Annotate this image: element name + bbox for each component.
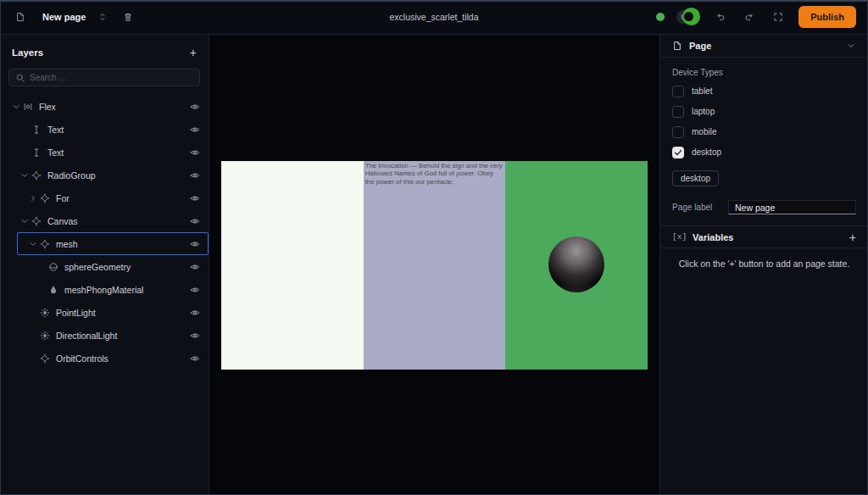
preview-column-3[interactable] <box>505 161 648 370</box>
checkbox-unchecked[interactable] <box>672 106 684 118</box>
search-icon <box>15 73 25 83</box>
device-types-section: Device Types tabletlaptopmobiledesktop d… <box>660 58 868 214</box>
checkbox-checked[interactable] <box>672 147 684 159</box>
fullscreen-button[interactable] <box>770 8 787 25</box>
layers-search-input[interactable] <box>30 73 193 82</box>
visibility-eye-icon[interactable] <box>189 330 201 342</box>
layer-label: PointLight <box>56 308 96 318</box>
visibility-eye-icon[interactable] <box>189 124 201 136</box>
selected-device-chip[interactable]: desktop <box>672 170 719 186</box>
design-stage[interactable]: The Invocation — Behold the sign and the… <box>209 35 659 495</box>
component-icon <box>40 353 50 364</box>
chevron-down-icon[interactable] <box>19 216 30 226</box>
publish-button[interactable]: Publish <box>798 6 856 28</box>
layer-label: DirectionalLight <box>56 331 117 341</box>
visibility-eye-icon[interactable] <box>189 101 201 113</box>
component-icon <box>31 216 42 226</box>
layer-row-radiogroup[interactable]: RadioGroup <box>0 164 209 186</box>
variables-header: [x] Variables + <box>660 225 868 248</box>
layer-label: Flex <box>39 102 56 112</box>
preview-text-block[interactable]: The Invocation — Behold the sign and the… <box>364 161 506 186</box>
current-page-name: New page <box>42 12 86 22</box>
layers-header: Layers + <box>0 35 209 67</box>
chevron-down-icon[interactable] <box>28 239 38 249</box>
visibility-eye-icon[interactable] <box>189 353 201 364</box>
user-logo-stack[interactable]: U <box>676 8 700 26</box>
undo-button[interactable] <box>712 8 729 25</box>
checkbox-unchecked[interactable] <box>672 86 684 97</box>
page-icon <box>672 41 682 51</box>
layers-panel: Layers + FlexTextTextRadioGroupForCanvas… <box>0 35 209 495</box>
visibility-eye-icon[interactable] <box>189 307 201 319</box>
preview-column-2[interactable]: The Invocation — Behold the sign and the… <box>364 161 506 370</box>
layer-row-spheregeometry[interactable]: sphereGeometry <box>0 255 209 278</box>
device-type-mobile[interactable]: mobile <box>672 125 856 138</box>
device-types-list: tabletlaptopmobiledesktop <box>672 85 856 159</box>
layer-row-flex[interactable]: Flex <box>0 95 209 118</box>
page-switcher-icon[interactable] <box>94 8 111 25</box>
device-type-label: mobile <box>692 127 716 136</box>
visibility-eye-icon[interactable] <box>189 284 201 296</box>
text-icon <box>31 147 42 158</box>
page-file-icon[interactable] <box>12 8 29 25</box>
layer-label: Text <box>47 125 64 135</box>
visibility-eye-icon[interactable] <box>189 215 201 227</box>
layer-row-for[interactable]: For <box>0 186 209 209</box>
layer-row-directionallight[interactable]: DirectionalLight <box>0 324 209 347</box>
sphere-icon <box>48 262 58 272</box>
visibility-eye-icon[interactable] <box>189 192 201 204</box>
add-layer-button[interactable]: + <box>190 47 197 58</box>
visibility-eye-icon[interactable] <box>189 238 201 250</box>
light-icon <box>40 308 50 318</box>
chevron-spacer <box>19 147 30 158</box>
device-type-tablet[interactable]: tablet <box>672 85 856 97</box>
app-root: New page exclusive_scarlet_tilda U Publi… <box>0 0 868 495</box>
chevron-spacer <box>28 331 38 341</box>
layer-row-text[interactable]: Text <box>0 141 209 164</box>
layer-label: mesh <box>56 239 78 249</box>
page-label-row: Page label <box>672 200 856 214</box>
redo-button[interactable] <box>741 8 758 25</box>
page-label-label: Page label <box>672 203 728 212</box>
page-label-input[interactable] <box>728 200 856 214</box>
device-types-label: Device Types <box>672 68 856 77</box>
layer-label: For <box>56 193 70 203</box>
layer-row-meshphongmaterial[interactable]: meshPhongMaterial <box>0 278 209 301</box>
collapse-chevron-icon[interactable] <box>846 41 856 51</box>
page-panel-title: Page <box>689 41 711 51</box>
material-icon <box>48 285 58 295</box>
device-type-label: laptop <box>692 107 715 116</box>
checkbox-unchecked[interactable] <box>672 126 684 138</box>
chevron-spacer <box>36 285 47 295</box>
add-variable-button[interactable]: + <box>849 231 856 243</box>
layer-label: OrbitControls <box>56 353 108 364</box>
page-settings-panel: Page Device Types tabletlaptopmobiledesk… <box>659 35 868 495</box>
layer-row-text[interactable]: Text <box>0 118 209 141</box>
chevron-right-icon[interactable] <box>28 193 38 203</box>
project-title: exclusive_scarlet_tilda <box>389 12 478 22</box>
chevron-spacer <box>28 308 38 318</box>
preview-column-1[interactable] <box>221 161 364 370</box>
visibility-eye-icon[interactable] <box>189 170 201 181</box>
topbar-left-group: New page <box>12 8 136 25</box>
delete-page-button[interactable] <box>120 8 136 25</box>
visibility-eye-icon[interactable] <box>189 147 201 159</box>
device-type-laptop[interactable]: laptop <box>672 105 856 118</box>
chevron-down-icon[interactable] <box>11 102 21 112</box>
component-icon <box>40 193 50 203</box>
light-icon <box>40 331 50 341</box>
preview-3d-sphere[interactable] <box>548 236 604 292</box>
layer-row-orbitcontrols[interactable]: OrbitControls <box>0 347 209 370</box>
layer-row-mesh[interactable]: mesh <box>17 232 209 255</box>
layer-label: Text <box>47 147 64 158</box>
page-panel-header[interactable]: Page <box>660 35 868 58</box>
page-preview[interactable]: The Invocation — Behold the sign and the… <box>221 161 648 370</box>
visibility-eye-icon[interactable] <box>189 261 201 273</box>
device-type-desktop[interactable]: desktop <box>672 146 856 159</box>
layer-label: sphereGeometry <box>64 262 131 272</box>
layers-search-box[interactable] <box>8 69 200 86</box>
chevron-down-icon[interactable] <box>19 170 30 181</box>
app-logo-icon <box>682 8 700 25</box>
layer-row-canvas[interactable]: Canvas <box>0 209 209 232</box>
layer-row-pointlight[interactable]: PointLight <box>0 301 209 324</box>
